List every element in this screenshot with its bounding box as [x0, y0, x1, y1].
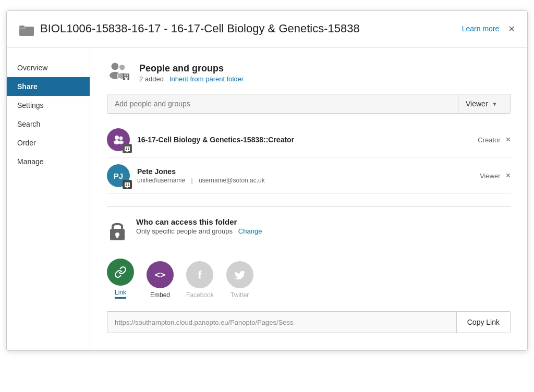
sidebar-item-settings[interactable]: Settings: [7, 96, 90, 115]
user-list: 16-17-Cell Biology & Genetics-15838::Cre…: [107, 122, 511, 194]
dropdown-arrow-icon: ▼: [492, 101, 497, 107]
link-label: Link: [115, 289, 126, 299]
avatar: [107, 128, 130, 151]
access-desc-text: Only specific people and groups: [136, 227, 233, 235]
link-url-input[interactable]: [107, 312, 456, 333]
user-role: Creator ×: [478, 135, 511, 144]
svg-rect-11: [127, 77, 128, 78]
change-link[interactable]: Change: [238, 227, 262, 235]
svg-rect-27: [128, 185, 129, 186]
avatar-initials: PJ: [114, 172, 123, 180]
user-role: Viewer ×: [480, 171, 511, 180]
share-button-facebook[interactable]: f Facebook: [186, 261, 214, 299]
people-groups-section-header: People and groups 2 added Inherit from p…: [107, 60, 511, 85]
meta-separator: |: [191, 177, 192, 184]
twitter-circle-icon: [226, 261, 253, 288]
svg-rect-9: [127, 75, 128, 76]
share-button-twitter[interactable]: Twitter: [226, 261, 253, 299]
modal-title: BIOL1006-15838-16-17 - 16-17-Cell Biolog…: [40, 21, 360, 36]
svg-rect-24: [126, 183, 127, 185]
avatar-badge: [123, 180, 132, 189]
sidebar-item-order[interactable]: Order: [7, 133, 90, 152]
added-count: 2 added: [139, 75, 164, 83]
svg-rect-31: [116, 235, 118, 238]
learn-more-link[interactable]: Learn more: [462, 24, 500, 33]
facebook-label: Facebook: [186, 291, 214, 299]
svg-point-5: [119, 64, 125, 70]
people-groups-icon: [107, 60, 132, 85]
svg-point-15: [119, 137, 123, 140]
svg-rect-19: [128, 148, 129, 149]
user-domain: unified\username: [137, 177, 185, 184]
access-info: Who can access this folder Only specific…: [136, 217, 262, 235]
facebook-circle-icon: f: [186, 261, 213, 288]
share-button-link[interactable]: Link: [107, 259, 134, 299]
avatar: PJ: [107, 164, 130, 187]
svg-rect-12: [125, 78, 127, 80]
sidebar: Overview Share Settings Search Order Man…: [7, 48, 90, 350]
sidebar-item-manage[interactable]: Manage: [7, 152, 90, 171]
section-title-block: People and groups 2 added Inherit from p…: [139, 63, 244, 83]
sidebar-item-search[interactable]: Search: [7, 115, 90, 133]
remove-user-button[interactable]: ×: [506, 135, 511, 144]
table-row: 16-17-Cell Biology & Genetics-15838::Cre…: [107, 122, 511, 158]
svg-rect-2: [19, 26, 25, 28]
svg-rect-22: [127, 150, 128, 152]
remove-user-button[interactable]: ×: [506, 171, 511, 180]
user-name: Pete Jones: [137, 167, 472, 176]
inherit-link[interactable]: Inherit from parent folder: [169, 75, 244, 83]
sidebar-item-share[interactable]: Share: [7, 77, 90, 96]
sidebar-item-overview[interactable]: Overview: [7, 58, 90, 77]
table-row: PJ Pete Jones unified\username | usernam…: [107, 158, 511, 194]
user-email: username@soton.ac.uk: [199, 177, 265, 184]
link-circle-icon: [107, 259, 134, 286]
user-meta: unified\username | username@soton.ac.uk: [137, 177, 472, 184]
svg-rect-10: [124, 77, 126, 78]
access-title: Who can access this folder: [136, 217, 262, 226]
viewer-label: Viewer: [466, 100, 488, 108]
people-groups-title: People and groups: [139, 63, 244, 74]
section-divider: [107, 206, 511, 207]
svg-rect-8: [124, 75, 126, 76]
add-people-input[interactable]: [107, 94, 458, 113]
copy-link-button[interactable]: Copy Link: [456, 312, 510, 333]
people-groups-subtitle: 2 added Inherit from parent folder: [139, 75, 244, 83]
svg-rect-26: [126, 185, 127, 186]
twitter-label: Twitter: [230, 291, 249, 299]
svg-rect-21: [128, 149, 129, 150]
svg-point-3: [112, 63, 119, 70]
access-description: Only specific people and groups Change: [136, 227, 262, 235]
user-info: Pete Jones unified\username | username@s…: [137, 167, 472, 184]
embed-circle-icon: <>: [147, 261, 174, 288]
viewer-dropdown[interactable]: Viewer ▼: [458, 94, 510, 113]
share-buttons: Link <> Embed f Facebook: [107, 259, 511, 299]
svg-rect-28: [127, 186, 128, 188]
role-label: Viewer: [480, 172, 501, 180]
share-button-embed[interactable]: <> Embed: [147, 261, 174, 299]
add-people-row: Viewer ▼: [107, 94, 511, 114]
svg-rect-18: [126, 148, 127, 149]
access-section: Who can access this folder Only specific…: [107, 217, 511, 246]
svg-point-13: [115, 136, 119, 140]
link-copy-row: Copy Link: [107, 311, 511, 333]
svg-rect-25: [128, 183, 129, 185]
role-label: Creator: [478, 136, 500, 144]
user-name: 16-17-Cell Biology & Genetics-15838::Cre…: [137, 136, 470, 144]
user-info: 16-17-Cell Biology & Genetics-15838::Cre…: [137, 136, 470, 144]
embed-label: Embed: [150, 291, 170, 299]
lock-icon: [107, 218, 128, 246]
main-content: People and groups 2 added Inherit from p…: [90, 48, 527, 350]
svg-rect-20: [126, 149, 127, 150]
close-button[interactable]: ×: [508, 23, 515, 34]
avatar-badge: [123, 144, 132, 153]
folder-icon: [19, 23, 34, 39]
